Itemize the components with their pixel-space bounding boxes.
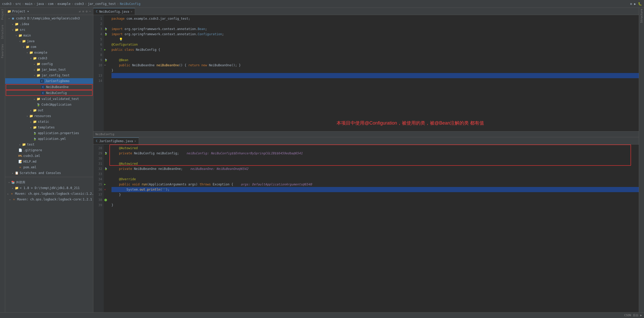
code-line: import org.springframework.context.annot… <box>111 26 639 32</box>
tree-item-neibubeanone[interactable]: C NeiBuBeanOne <box>6 84 93 90</box>
toolbar-icons: ⚙ ▶ 🐛 <box>630 2 642 6</box>
line-text: import org.springframework.context.annot… <box>111 26 639 32</box>
tree-item-app-props[interactable]: 🍃 application.properties <box>5 130 93 136</box>
line-text: @Bean <box>111 57 639 63</box>
library-icon: 📚 <box>11 180 15 184</box>
tree-item-label: jar_bean_test <box>41 68 66 71</box>
tree-item-java[interactable]: ▾ 📁 java <box>5 38 93 44</box>
breadcrumb-item[interactable]: main <box>25 2 32 6</box>
spring-icon: 🍃 <box>33 131 37 135</box>
tree-item-valid[interactable]: ▸ 📁 valid_validated_test <box>5 96 93 102</box>
folder-icon: 📁 <box>7 10 11 13</box>
tree-item-label: java <box>27 39 34 43</box>
right-strip: Structure <box>639 8 644 312</box>
tree-item-label: Maven: ch.qos.logback:logback-classic:1.… <box>15 192 93 196</box>
breadcrumb-item[interactable]: com <box>48 2 54 6</box>
tree-item-main[interactable]: ▾ 📁 main <box>5 33 93 38</box>
folder-icon: 📁 <box>33 120 37 124</box>
tree-item-label: application.yml <box>38 137 66 141</box>
editor-bottom-label: NeiBuConfig <box>93 132 639 137</box>
md-icon: 📝 <box>18 160 22 164</box>
code-lines-bottom[interactable]: @Autowired private NeiBuConfig neiBuConf… <box>109 144 639 312</box>
tree-item-maven-logback-core[interactable]: ▸ m Maven: ch.qos.logback:logback-core:1… <box>5 197 93 202</box>
gear-icon[interactable]: ⚙ <box>86 10 88 13</box>
code-line <box>111 21 639 26</box>
tree-item-csdn3-sub[interactable]: ▾ 📁 csdn3 <box>5 55 93 61</box>
tree-item-gitignore[interactable]: 📄 .gitignore <box>5 147 93 153</box>
tab-jarconfigdemo[interactable]: C JarConfigDemo.java ✕ <box>93 138 139 144</box>
tree-item-templates[interactable]: ▸ 📁 templates <box>5 125 93 130</box>
tab-label: JarConfigDemo.java <box>99 139 133 143</box>
breadcrumb-item[interactable]: csdn3 <box>2 2 11 6</box>
tree-item-help[interactable]: 📝 HELP.md <box>5 159 93 164</box>
breadcrumb: csdn3 › src › main › java › com › exampl… <box>2 2 141 6</box>
line-numbers-bottom: 28 29 30 31 32 33 34 35 36 37 38 39 <box>93 144 104 312</box>
tree-item-maven-logback-classic[interactable]: ▸ m Maven: ch.qos.logback:logback-classi… <box>5 191 93 197</box>
line-text: System.out.println(""); <box>111 187 639 192</box>
tab-close-icon[interactable]: ✕ <box>131 10 132 13</box>
module-icon: ■ <box>11 16 15 20</box>
project-header-icons: ⇄ ≡ ⚙ ─ <box>79 10 91 13</box>
tree-item-csdn3[interactable]: ▾ ■ csdn3 D:\temp\idea_workplace\csdn3 <box>5 16 93 21</box>
code-line <box>111 197 639 203</box>
tree-item-app-yml[interactable]: 🍃 application.yml <box>5 136 93 142</box>
code-line <box>111 171 639 177</box>
code-line <box>111 156 639 161</box>
tree-item-static[interactable]: ▸ 📁 static <box>5 119 93 125</box>
tree-item-resources[interactable]: ▾ 📁 resources <box>5 113 93 119</box>
tab-close-icon[interactable]: ✕ <box>135 140 136 142</box>
tree-item-jar-bean-test[interactable]: ▸ 📁 jar_bean_test <box>5 67 93 73</box>
tree-item-iml[interactable]: XML csdn3.iml <box>5 153 93 159</box>
class-icon: C <box>41 85 45 89</box>
tree-item-neibuconfig[interactable]: C NeiBuConfig <box>6 90 93 96</box>
tree-item-jdk[interactable]: ▸ 📁 < 1.8 > D:\temp\jdk\jdk1.8.0_211 <box>5 185 93 191</box>
breadcrumb-item[interactable]: src <box>15 2 21 6</box>
tree-item-src[interactable]: ▾ 📁 src <box>5 27 93 33</box>
tree-item-label: resources <box>34 114 51 118</box>
tree-item-csdn3-application[interactable]: 🍃 Csdn3Application <box>5 102 93 107</box>
structure-label[interactable]: Structure <box>1 25 4 39</box>
maven-icon: m <box>10 192 14 196</box>
spring-icon: 🍃 <box>36 103 40 107</box>
code-line: } <box>111 203 639 208</box>
collapse-icon[interactable]: ≡ <box>82 10 84 13</box>
expand-arrow: ▾ <box>33 74 36 77</box>
breadcrumb-item[interactable]: example <box>57 2 71 6</box>
tree-item-label: Maven: ch.qos.logback:logback-core:1.2.1 <box>17 198 92 201</box>
toolbar-icon[interactable]: ⚙ <box>630 2 632 6</box>
tree-item-example[interactable]: ▾ 📁 example <box>5 50 93 55</box>
line-text <box>111 73 639 78</box>
tree-item-com[interactable]: ▾ 📁 com <box>5 44 93 50</box>
bottom-tab-bar: C JarConfigDemo.java ✕ <box>93 137 639 144</box>
folder-icon: 📁 <box>22 142 26 147</box>
status-bar: CSDN 后台 ▶ <box>0 312 644 318</box>
tree-item-external-libs[interactable]: ▾ 📚 外部库 <box>5 179 93 185</box>
code-line: import org.springframework.context.annot… <box>111 32 639 37</box>
project-label[interactable]: Project <box>1 9 4 20</box>
xml-icon: m <box>18 165 22 169</box>
breadcrumb-item: NeiBuConfig <box>120 2 140 6</box>
expand-arrow: ▾ <box>7 181 11 184</box>
tree-item-scratches[interactable]: ▸ 📋 Scratches and Consoles <box>5 170 93 176</box>
code-lines-top[interactable]: package com.example.csdn3.jar_config_tes… <box>109 15 639 131</box>
toolbar-icon[interactable]: 🐛 <box>638 2 642 6</box>
structure-side-label[interactable]: Structure <box>640 8 643 24</box>
code-line-highlighted <box>111 73 639 78</box>
expand-arrow: ▾ <box>18 40 22 43</box>
tree-item-pom[interactable]: m pom.xml <box>5 164 93 170</box>
toolbar-icon[interactable]: ▶ <box>634 2 636 6</box>
breadcrumb-item[interactable]: csdn3 <box>74 2 84 6</box>
tree-item-config[interactable]: ▸ 📁 config <box>5 61 93 67</box>
tree-item-out[interactable]: ▸ 📁 out <box>5 107 93 113</box>
tree-item-test[interactable]: ▸ 📁 test <box>5 142 93 147</box>
tree-item-jar-config-test[interactable]: ▾ 📁 jar_config_test <box>5 73 93 78</box>
favorites-label[interactable]: Favorites <box>1 44 4 58</box>
folder-icon: 📁 <box>22 39 26 43</box>
breadcrumb-item[interactable]: java <box>36 2 44 6</box>
tree-item-jar-config-demo[interactable]: C JarConfigDemo <box>5 78 93 84</box>
tab-neibuconfig[interactable]: C NeiBuConfig.java ✕ <box>93 8 135 15</box>
breadcrumb-item[interactable]: jar_config_test <box>88 2 116 6</box>
minimize-icon[interactable]: ─ <box>89 10 91 13</box>
sync-icon[interactable]: ⇄ <box>79 10 81 13</box>
tree-item-idea[interactable]: ▸ 📁 .idea <box>5 21 93 27</box>
